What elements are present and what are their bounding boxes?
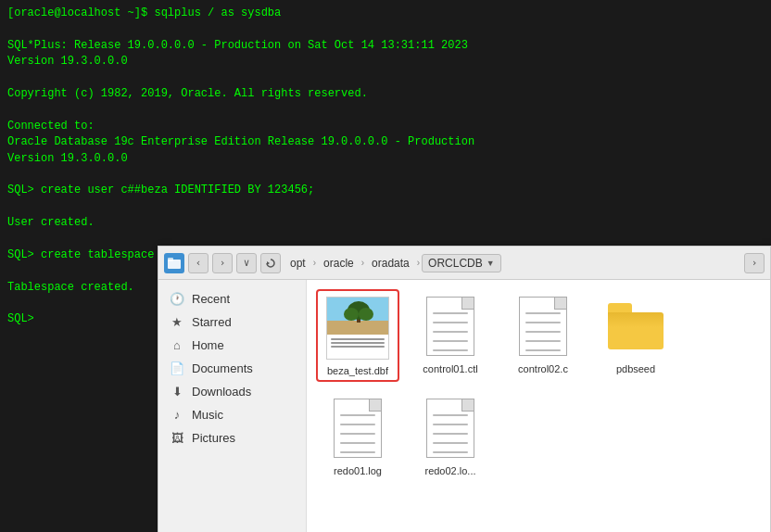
path-oradata[interactable]: oradata [366,255,415,272]
redo1-line-3 [340,433,375,435]
file-control02[interactable]: control02.c [501,289,585,382]
redo2-file-icon-wrapper [417,395,484,462]
redo2-line-4 [433,442,468,444]
dbf-line-3 [331,346,385,348]
breadcrumb-path: opt › oracle › oradata › ORCLCDB ▼ [284,254,501,272]
sidebar-item-starred[interactable]: ★ Starred [158,310,306,334]
terminal-line-6: Oracle Database 19c Enterprise Edition R… [7,134,764,150]
nav-forward-button[interactable]: › [212,253,233,273]
file-control01-ctl[interactable]: control01.ctl [409,289,492,382]
ctl1-file-icon-wrapper [417,293,484,360]
ctl2-file-icon-wrapper [510,293,576,360]
dbf-line-1 [331,338,385,340]
recent-icon: 🕐 [170,292,184,306]
ctl1-line-1 [433,312,468,314]
ctl1-line-2 [433,322,468,323]
sidebar-item-music[interactable]: ♪ Music [158,403,306,426]
svg-marker-2 [267,261,270,265]
svg-point-7 [344,308,359,321]
ctl1-doc-icon [426,297,474,356]
starred-icon: ★ [170,315,184,329]
ctl1-file-label: control01.ctl [423,363,477,374]
nav-down-button[interactable]: ∨ [236,253,257,273]
dbf-file-icon-wrapper [324,295,391,361]
orclcdb-label: ORCLCDB [428,257,483,270]
redo1-file-label: redo01.log [334,465,382,476]
sidebar-label-home: Home [192,338,224,352]
nav-extra-button[interactable]: › [744,253,765,273]
terminal-blank-3 [7,102,764,118]
ctl2-line-5 [525,349,561,351]
redo1-file-icon-wrapper [324,395,391,462]
sidebar-label-recent: Recent [192,292,230,306]
dbf-thumbnail-image [327,298,388,335]
pdbseed-icon-wrapper [602,293,669,360]
file-redo01-log[interactable]: redo01.log [316,391,399,480]
ctl1-line-4 [433,340,468,342]
redo1-doc-icon [334,399,382,458]
dbf-text-area [327,335,388,351]
svg-point-8 [359,308,373,321]
file-pdbseed[interactable]: pdbseed [594,289,677,382]
terminal-line-2: SQL*Plus: Release 19.0.0.0.0 - Productio… [7,38,764,54]
svg-rect-1 [168,258,173,261]
path-sep-2: › [361,258,364,268]
redo2-line-1 [433,414,468,416]
sidebar-label-pictures: Pictures [192,431,235,445]
dbf-line-2 [331,342,385,344]
sidebar-item-recent[interactable]: 🕐 Recent [158,287,306,310]
music-icon: ♪ [170,408,184,422]
sidebar-item-documents[interactable]: 📄 Documents [158,357,306,380]
path-sep-1: › [313,258,316,268]
redo2-line-3 [433,433,468,435]
nav-back-button[interactable]: ‹ [188,253,209,273]
svg-rect-4 [327,321,389,335]
dbf-thumbnail [326,297,389,360]
sidebar-item-downloads[interactable]: ⬇ Downloads [158,380,306,403]
breadcrumb-bar: ‹ › ∨ opt › oracle › oradata › ORCLCDB ▼… [158,247,770,280]
redo1-line-1 [340,414,375,416]
sidebar-label-downloads: Downloads [192,385,251,399]
redo1-line-2 [340,424,375,425]
nav-reload-button[interactable] [260,253,281,273]
redo2-line-5 [433,451,468,453]
path-oracle[interactable]: oracle [318,255,360,272]
terminal-blank-5 [7,199,764,215]
redo2-file-label: redo02.lo... [424,465,475,476]
path-orclcdb[interactable]: ORCLCDB ▼ [422,254,501,272]
sidebar-item-home[interactable]: ⌂ Home [158,334,306,357]
path-opt[interactable]: opt [284,255,311,272]
sidebar-label-starred: Starred [192,315,232,329]
downloads-icon: ⬇ [170,385,184,399]
terminal-line-4: Copyright (c) 1982, 2019, Oracle. All ri… [7,86,764,102]
terminal-line-3: Version 19.3.0.0.0 [7,54,764,70]
pictures-icon: 🖼 [170,431,184,445]
terminal-blank-2 [7,70,764,86]
sidebar-label-music: Music [192,408,223,422]
terminal-line-9: User created. [7,215,764,231]
fm-sidebar: 🕐 Recent ★ Starred ⌂ Home 📄 Documents ⬇ … [158,280,307,532]
orclcdb-dropdown-icon: ▼ [487,259,495,268]
ctl1-line-3 [433,331,468,333]
pdbseed-file-label: pdbseed [616,363,655,374]
file-beza-test-dbf[interactable]: beza_test.dbf [316,289,399,382]
fm-files-grid: beza_test.dbf control01.ctl [307,280,770,532]
fm-content: 🕐 Recent ★ Starred ⌂ Home 📄 Documents ⬇ … [158,280,770,532]
path-sep-3: › [417,258,420,268]
documents-icon: 📄 [170,361,184,375]
dbf-file-label: beza_test.dbf [327,365,388,376]
redo1-line-5 [340,451,375,453]
redo1-line-4 [340,442,375,444]
folder-blue-icon [164,253,184,273]
terminal-line-5: Connected to: [7,119,764,134]
terminal-blank-1 [7,21,764,37]
terminal-blank-4 [7,167,764,183]
sidebar-label-documents: Documents [192,361,253,375]
redo2-line-2 [433,424,468,425]
ctl2-doc-icon [519,297,567,356]
sidebar-item-pictures[interactable]: 🖼 Pictures [158,426,306,450]
file-manager: ‹ › ∨ opt › oracle › oradata › ORCLCDB ▼… [158,246,771,532]
ctl2-line-1 [525,312,561,314]
file-redo02-log[interactable]: redo02.lo... [409,391,492,480]
pdbseed-folder-icon [608,303,664,349]
